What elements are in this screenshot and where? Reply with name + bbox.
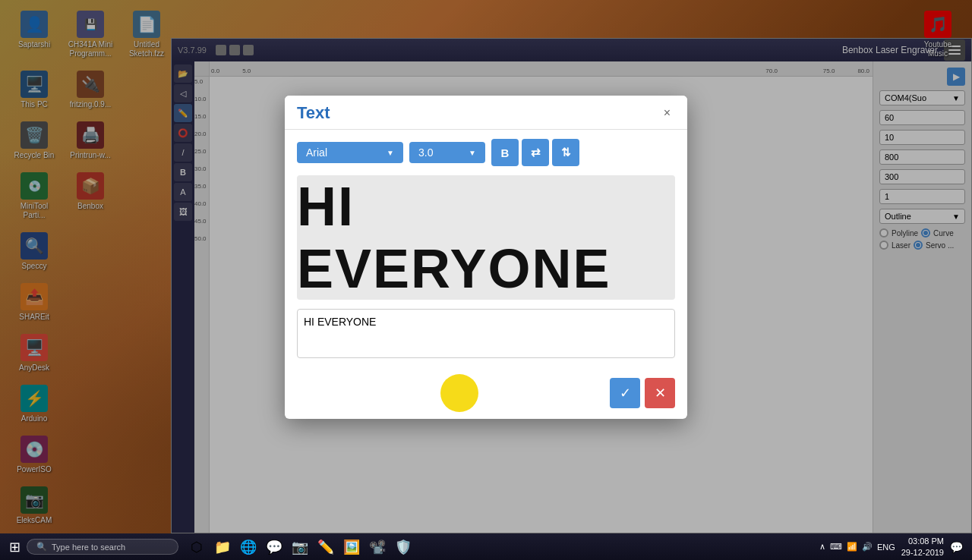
search-bar[interactable]: 🔍 Type here to search (27, 539, 178, 555)
modal-overlay: Text × Arial ▼ 3.0 ▼ B ⇄ (0, 0, 972, 560)
desktop: 👤 Saptarshi 💾 CH341A Mini Programm... 📄 … (0, 0, 972, 560)
adjust-button[interactable]: ⇅ (552, 139, 579, 166)
format-buttons: B ⇄ ⇅ (491, 139, 579, 166)
search-icon: 🔍 (36, 542, 47, 552)
clock-date: 29-12-2019 (901, 547, 944, 558)
preview-text: HI EVERYONE (297, 175, 675, 300)
taskbar-camera[interactable]: 📷 (288, 535, 312, 559)
clock-time: 03:08 PM (901, 536, 944, 546)
shuffle-button[interactable]: ⇄ (522, 139, 549, 166)
start-icon: ⊞ (9, 539, 21, 555)
start-button[interactable]: ⊞ (3, 536, 27, 558)
notification-icon[interactable]: 💬 (950, 541, 963, 553)
font-family-arrow: ▼ (387, 149, 394, 157)
taskbar: ⊞ 🔍 Type here to search ⬡ 📁 🌐 💬 📷 ✏️ 🖼️ … (0, 533, 972, 560)
taskbar-pen[interactable]: ✏️ (314, 535, 338, 559)
taskbar-cortana[interactable]: ⬡ (185, 535, 209, 559)
tray-network[interactable]: 📶 (847, 542, 857, 552)
font-size-dropdown[interactable]: 3.0 ▼ (409, 142, 485, 163)
taskbar-photos[interactable]: 🖼️ (339, 535, 364, 559)
bold-button[interactable]: B (491, 139, 519, 166)
taskbar-screenrec[interactable]: 📽️ (365, 535, 390, 559)
font-size-arrow: ▼ (469, 149, 476, 157)
yellow-cursor-indicator (440, 374, 478, 412)
text-dialog: Text × Arial ▼ 3.0 ▼ B ⇄ (285, 96, 687, 419)
taskbar-chrome[interactable]: 🌐 (236, 535, 260, 559)
dialog-footer: ✓ ✕ (285, 370, 687, 419)
system-tray: ∧ ⌨ 📶 🔊 ENG (819, 542, 895, 552)
dialog-title: Text (297, 103, 330, 123)
dialog-close-button[interactable]: × (659, 105, 675, 121)
taskbar-apps: ⬡ 📁 🌐 💬 📷 ✏️ 🖼️ 📽️ 🛡️ (185, 535, 415, 559)
text-input[interactable] (297, 309, 675, 358)
font-controls: Arial ▼ 3.0 ▼ B ⇄ ⇅ (297, 139, 675, 166)
tray-keyboard[interactable]: ⌨ (830, 542, 842, 552)
tray-volume[interactable]: 🔊 (862, 542, 873, 552)
taskbar-right: ∧ ⌨ 📶 🔊 ENG 03:08 PM 29-12-2019 💬 (819, 536, 969, 558)
text-preview-area: HI EVERYONE (297, 175, 675, 300)
cancel-button[interactable]: ✕ (645, 378, 675, 408)
font-family-label: Arial (306, 146, 327, 159)
taskbar-file-explorer[interactable]: 📁 (210, 535, 235, 559)
dialog-body: Arial ▼ 3.0 ▼ B ⇄ ⇅ HI EVERYONE (285, 130, 687, 370)
font-size-label: 3.0 (418, 146, 433, 159)
taskbar-whatsapp[interactable]: 💬 (262, 535, 286, 559)
system-clock[interactable]: 03:08 PM 29-12-2019 (901, 536, 944, 558)
search-placeholder: Type here to search (52, 543, 125, 552)
tray-eng[interactable]: ENG (877, 543, 895, 552)
tray-expand[interactable]: ∧ (819, 542, 825, 552)
dialog-header: Text × (285, 96, 687, 130)
confirm-button[interactable]: ✓ (610, 378, 640, 408)
taskbar-security[interactable]: 🛡️ (391, 535, 415, 559)
font-family-dropdown[interactable]: Arial ▼ (297, 142, 403, 163)
